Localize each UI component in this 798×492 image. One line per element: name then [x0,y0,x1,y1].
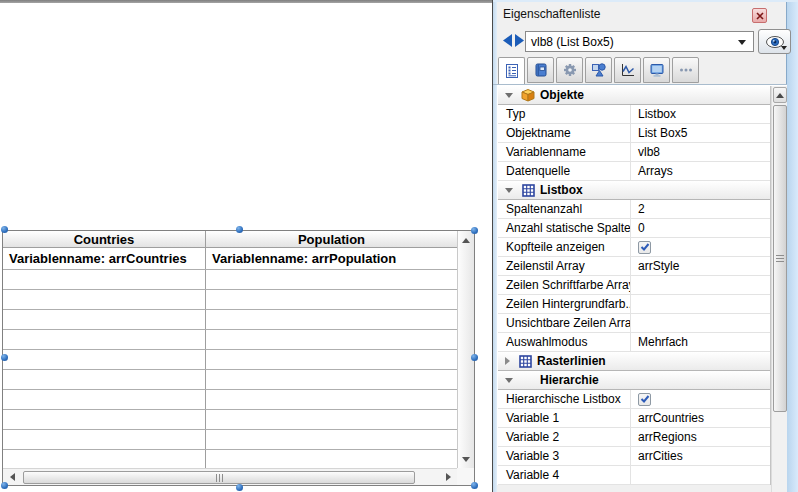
property-value[interactable]: 2 [631,200,770,218]
close-icon [756,12,764,20]
data-book-icon [533,62,549,78]
property-label: Objektname [498,124,631,142]
object-selector-dropdown[interactable]: vlb8 (List Box5) [525,31,754,52]
panel-title: Eigenschaftenliste [503,7,600,21]
selection-handle-top-left[interactable] [1,226,8,233]
visibility-button[interactable] [758,29,791,54]
listbox-empty-row [3,350,457,370]
collapse-triangle-icon [505,93,513,98]
tab-objects[interactable] [585,57,612,83]
property-value[interactable]: Listbox [631,105,770,123]
property-row[interactable]: Anzahl statische Spalten 0 [498,219,770,238]
scroll-up-icon[interactable] [773,87,787,103]
panel-frame-right [786,0,798,492]
panel-frame-top [493,0,798,2]
property-value[interactable] [631,295,770,313]
scroll-up-icon[interactable] [458,232,474,248]
property-value[interactable]: Arrays [631,162,770,180]
selection-handle-bottom-right[interactable] [471,482,478,489]
property-row[interactable]: Auswahlmodus Mehrfach [498,333,770,352]
dropdown-arrow-icon [781,46,787,50]
property-row[interactable]: Variable 2 arrRegions [498,428,770,447]
property-row[interactable]: Zeilenstil Array arrStyle [498,257,770,276]
more-ellipsis-icon [678,62,694,78]
property-row[interactable]: Variablenname vlb8 [498,143,770,162]
selection-handle-bottom-center[interactable] [236,484,243,491]
property-value[interactable] [631,466,770,484]
collapse-triangle-icon [505,378,513,383]
scroll-right-icon[interactable] [440,469,456,485]
property-value[interactable] [631,238,770,256]
property-label: Typ [498,105,631,123]
property-value[interactable] [631,390,770,408]
group-header-objekte[interactable]: Objekte [498,86,770,105]
property-row[interactable]: Variable 4 [498,466,770,485]
check-icon [640,242,650,252]
property-value[interactable]: arrCities [631,447,770,465]
objects-shapes-icon [591,62,607,78]
property-value[interactable]: arrRegions [631,428,770,446]
horizontal-scroll-thumb[interactable] [23,471,415,484]
panel-vertical-scrollbar[interactable] [771,86,787,492]
tab-properties-list[interactable] [498,57,525,85]
property-row[interactable]: Variable 3 arrCities [498,447,770,466]
property-row[interactable]: Typ Listbox [498,105,770,124]
listbox-vertical-scrollbar[interactable] [457,231,474,468]
property-row[interactable]: Hierarchische Listbox [498,390,770,409]
property-value[interactable]: List Box5 [631,124,770,142]
checkbox-checked[interactable] [638,393,651,406]
property-label: Hierarchische Listbox [498,390,631,408]
tab-settings[interactable] [556,57,583,83]
scroll-down-icon[interactable] [458,451,474,467]
listbox-empty-row [3,370,457,390]
property-label: Zeilen Hintergrundfarb... [498,295,631,313]
listbox-empty-row [3,310,457,330]
property-row[interactable]: Unsichtbare Zeilen Array [498,314,770,333]
tab-chart[interactable] [614,57,641,83]
checkbox-checked[interactable] [638,241,651,254]
property-value[interactable]: Mehrfach [631,333,770,351]
group-header-listbox[interactable]: Listbox [498,181,770,200]
property-label: Zeilenstil Array [498,257,631,275]
selection-handle-top-right[interactable] [471,227,478,234]
property-value[interactable]: vlb8 [631,143,770,161]
group-label: Listbox [540,183,583,197]
group-header-hierarchie[interactable]: Hierarchie [498,371,770,390]
listbox-horizontal-scrollbar[interactable] [3,468,457,485]
property-label: Unsichtbare Zeilen Array [498,314,631,332]
close-button[interactable] [752,8,767,23]
property-value[interactable]: arrCountries [631,409,770,427]
selection-handle-mid-left[interactable] [1,354,8,361]
prev-object-icon [503,34,512,47]
object-navigation[interactable] [503,34,524,50]
group-label: Objekte [540,88,584,102]
group-header-rasterlinien[interactable]: Rasterlinien [498,352,770,371]
selection-handle-top-center[interactable] [236,226,243,233]
listbox-preview[interactable]: Countries Population Variablenname: arrC… [2,230,475,486]
property-value[interactable]: arrStyle [631,257,770,275]
property-value[interactable] [631,314,770,332]
tab-data-book[interactable] [527,57,554,83]
category-tabs [498,57,699,84]
properties-panel: Eigenschaftenliste vlb8 (List Box5) [492,0,798,492]
selection-handle-bottom-left[interactable] [1,482,8,489]
properties-list-icon [504,63,520,79]
property-row[interactable]: Zeilen Schriftfarbe Array [498,276,770,295]
listbox-variable-row: Variablenname: arrCountries Variablennam… [3,248,457,270]
selection-handle-mid-right[interactable] [471,354,478,361]
group-label: Hierarchie [540,373,599,387]
property-row[interactable]: Kopfteile anzeigen [498,238,770,257]
listbox-body: Countries Population Variablenname: arrC… [3,231,457,468]
tab-display[interactable] [643,57,670,83]
tab-more[interactable] [672,57,699,83]
property-row[interactable]: Variable 1 arrCountries [498,409,770,428]
property-row[interactable]: Objektname List Box5 [498,124,770,143]
property-row[interactable]: Zeilen Hintergrundfarb... [498,295,770,314]
property-value[interactable] [631,276,770,294]
settings-gear-icon [562,62,578,78]
vertical-scroll-thumb[interactable] [773,105,787,412]
form-designer-canvas: Countries Population Variablenname: arrC… [0,0,492,492]
property-row[interactable]: Spaltenanzahl 2 [498,200,770,219]
property-row[interactable]: Datenquelle Arrays [498,162,770,181]
property-value[interactable]: 0 [631,219,770,237]
